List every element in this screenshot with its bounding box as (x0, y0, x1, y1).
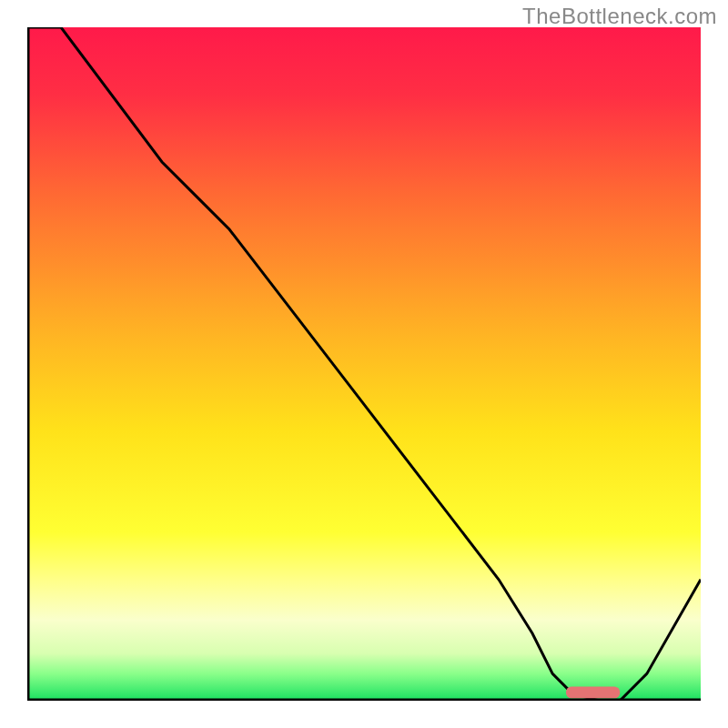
gradient-background (27, 27, 701, 701)
chart-container (27, 27, 701, 701)
optimal-marker (566, 686, 620, 698)
watermark-text: TheBottleneck.com (522, 4, 717, 29)
chart-svg (27, 27, 701, 701)
